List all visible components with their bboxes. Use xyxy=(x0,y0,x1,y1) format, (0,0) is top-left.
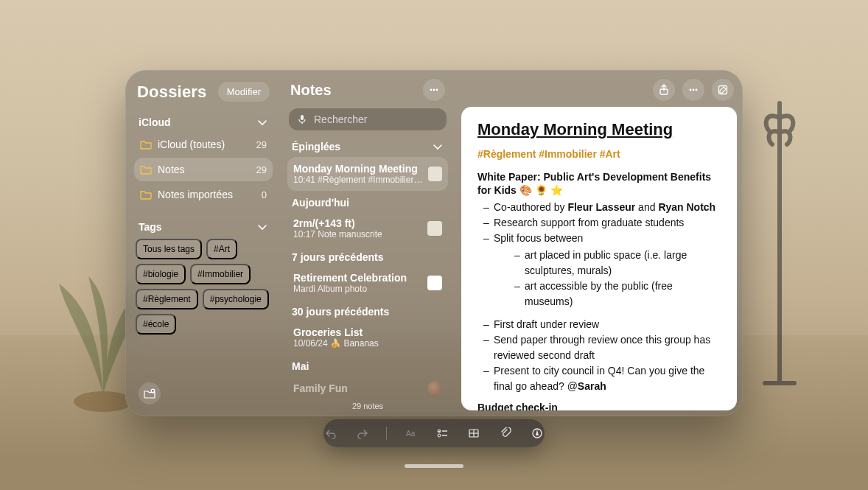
list-item: Present to city council in Q4! Can you g… xyxy=(477,363,721,394)
note-item-sub: Mardi Album photo xyxy=(293,284,407,294)
svg-point-4 xyxy=(430,89,433,91)
note-item-text: Retirement Celebration Mardi Album photo xyxy=(293,272,407,294)
tag-psychologie[interactable]: #psychologie xyxy=(203,289,269,309)
text-style-button[interactable]: Aa xyxy=(403,424,419,442)
today-heading: Aujourd'hui xyxy=(287,191,448,211)
list-item: Co-authored by Fleur Lasseur and Ryan No… xyxy=(477,200,721,215)
note-item-last30-0[interactable]: Groceries List 10/06/24 🍌 Bananas xyxy=(287,321,448,354)
icloud-heading[interactable]: iCloud xyxy=(134,112,273,130)
list-title: Notes xyxy=(290,82,332,99)
budget-title: Budget check-in xyxy=(477,402,721,410)
edit-button[interactable]: Modifier xyxy=(218,82,270,102)
list-item: Send paper through review once this grou… xyxy=(477,332,721,363)
compose-icon xyxy=(717,84,729,96)
note-item-title: Groceries List xyxy=(293,326,379,338)
undo-button[interactable] xyxy=(323,424,339,442)
table-icon xyxy=(468,427,480,439)
note-item-text: Groceries List 10/06/24 🍌 Bananas xyxy=(293,326,379,349)
svg-point-9 xyxy=(690,89,692,91)
svg-point-0 xyxy=(74,391,133,412)
folder-label: iCloud (toutes) xyxy=(158,139,225,150)
note-item-text: 2rm/(+143 ft) 10:17 Note manuscrite xyxy=(293,217,382,239)
tag-biologie[interactable]: #biologie xyxy=(136,264,186,284)
icloud-section: iCloud iCloud (toutes) 29 Notes 29 xyxy=(134,112,273,206)
sidebar-header: Dossiers Modifier xyxy=(134,82,273,102)
note-pane: Monday Morning Meeting #Règlement #Immob… xyxy=(455,70,743,416)
note-item-text: Monday Morning Meeting 10:41 #Règlement … xyxy=(293,163,422,185)
sidebar-item-icloud-all[interactable]: iCloud (toutes) 29 xyxy=(134,133,273,156)
note-pane-header xyxy=(461,79,737,107)
list-item: First draft under review xyxy=(477,317,721,332)
icloud-label: iCloud xyxy=(139,116,171,128)
toolbar-sep xyxy=(386,427,387,440)
svg-text:Aa: Aa xyxy=(406,430,416,438)
note-item-may-0[interactable]: Family Fun xyxy=(287,375,448,402)
share-button[interactable] xyxy=(653,79,675,101)
share-icon xyxy=(658,84,670,96)
tags-heading[interactable]: Tags xyxy=(134,217,273,234)
folder-count: 29 xyxy=(256,139,267,150)
sidebar-item-imported[interactable]: Notes importées 0 xyxy=(134,183,273,206)
svg-point-6 xyxy=(436,89,438,91)
chevron-down-icon xyxy=(432,141,444,153)
note-item-title: Retirement Celebration xyxy=(293,272,407,284)
sidebar-title: Dossiers xyxy=(137,83,207,102)
markup-icon xyxy=(531,427,543,439)
tag-reglement[interactable]: #Règlement xyxy=(136,289,198,309)
note-item-title: 2rm/(+143 ft) xyxy=(293,217,382,229)
folder-label: Notes importées xyxy=(158,189,233,200)
markup-button[interactable] xyxy=(529,424,545,442)
list-item: art placed in public space (i.e. large s… xyxy=(494,248,721,279)
compose-button[interactable] xyxy=(712,79,734,101)
tag-all[interactable]: Tous les tags xyxy=(136,239,202,259)
note-hashtags: #Règlement #Immobilier #Art xyxy=(477,148,721,160)
folder-count: 29 xyxy=(256,164,267,175)
note-item-pinned-0[interactable]: Monday Morning Meeting 10:41 #Règlement … xyxy=(287,157,448,191)
list-item: Split focus between art placed in public… xyxy=(477,231,721,309)
tag-immobilier[interactable]: #Immobilier xyxy=(190,264,251,284)
note-item-text: Family Fun xyxy=(293,382,348,394)
text-aa-icon: Aa xyxy=(405,427,417,439)
tag-ecole[interactable]: #école xyxy=(136,314,176,335)
search-input[interactable] xyxy=(314,113,443,125)
tag-art[interactable]: #Art xyxy=(206,239,237,259)
last30-heading: 30 jours précédents xyxy=(287,300,448,321)
note-thumbnail xyxy=(427,221,442,236)
month-heading: Mai xyxy=(287,354,448,375)
search-field[interactable] xyxy=(289,108,447,130)
checklist-button[interactable] xyxy=(435,424,450,442)
paperclip-icon xyxy=(500,427,511,439)
chevron-down-icon xyxy=(256,116,268,128)
attachment-button[interactable] xyxy=(498,424,514,442)
note-item-today-0[interactable]: 2rm/(+143 ft) 10:17 Note manuscrite xyxy=(287,211,448,245)
note-thumbnail xyxy=(427,276,442,290)
folder-count: 0 xyxy=(262,189,267,200)
note-item-last7-0[interactable]: Retirement Celebration Mardi Album photo xyxy=(287,266,448,300)
sidebar-item-notes[interactable]: Notes 29 xyxy=(134,158,273,181)
pinned-label: Épinglées xyxy=(292,141,340,153)
note-item-sub: 10/06/24 🍌 Bananas xyxy=(293,338,379,349)
ellipsis-icon xyxy=(687,84,699,96)
home-indicator[interactable] xyxy=(405,464,463,468)
note-item-sub: 10:41 #Règlement #Immobilier #Art xyxy=(293,175,422,185)
redo-button[interactable] xyxy=(355,424,371,442)
sidebar-bottom xyxy=(134,378,273,409)
ellipsis-icon xyxy=(428,84,440,96)
note-body[interactable]: Monday Morning Meeting #Règlement #Immob… xyxy=(461,107,737,410)
list-header: Notes xyxy=(287,79,448,107)
chevron-down-icon xyxy=(256,221,268,233)
list-more-button[interactable] xyxy=(423,79,445,101)
note-more-button[interactable] xyxy=(682,79,704,101)
mic-icon xyxy=(296,113,308,125)
notes-list: Notes Épinglées Monday Morning Meeting 1… xyxy=(280,70,455,416)
new-folder-button[interactable] xyxy=(139,382,161,405)
undo-icon xyxy=(325,427,337,439)
folder-label: Notes xyxy=(158,164,185,175)
pinned-heading[interactable]: Épinglées xyxy=(287,136,448,157)
folder-icon xyxy=(140,139,152,150)
svg-point-10 xyxy=(693,89,695,91)
svg-point-11 xyxy=(696,89,698,91)
sublist: art placed in public space (i.e. large s… xyxy=(494,248,721,309)
table-button[interactable] xyxy=(466,424,482,442)
list-item: Research support from graduate students xyxy=(477,215,721,231)
